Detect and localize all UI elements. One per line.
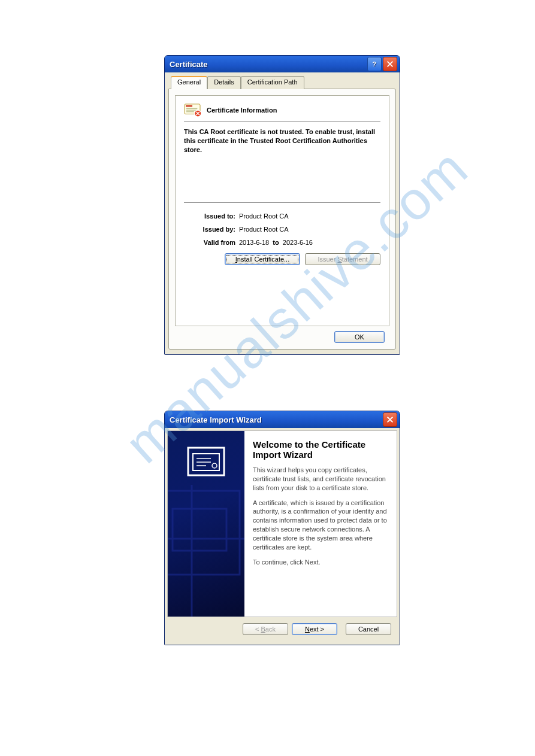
wizard-button-row: < Back Next > Cancel: [167, 617, 397, 642]
valid-to-value: 2023-6-16: [283, 239, 313, 246]
label-pre: <: [255, 626, 261, 633]
cancel-button[interactable]: Cancel: [346, 623, 391, 635]
issued-to-row: Issued to: Product Root CA: [184, 212, 380, 220]
banner-graphic-icon: [168, 431, 244, 617]
help-icon: ?: [370, 60, 379, 68]
certificate-import-wizard-dialog: Certificate Import Wizard: [164, 411, 400, 645]
label-rest: ext >: [310, 626, 324, 633]
issued-to-label: Issued to:: [184, 212, 239, 220]
certificate-info-heading: Certificate Information: [207, 107, 277, 114]
valid-from-value: 2013-6-18: [239, 239, 269, 246]
tab-certification-path[interactable]: Certification Path: [241, 76, 304, 89]
close-button[interactable]: [383, 57, 397, 71]
issued-by-label: Issued by:: [184, 226, 239, 233]
titlebar[interactable]: Certificate ?: [165, 56, 400, 72]
certificate-info-panel: Certificate Information This CA Root cer…: [175, 95, 389, 326]
help-button[interactable]: ?: [367, 57, 382, 71]
label-rest: nstall Certificate...: [237, 256, 289, 263]
certificate-error-icon: [184, 103, 202, 117]
ok-button[interactable]: OK: [334, 331, 385, 343]
svg-rect-6: [173, 509, 226, 551]
certificate-dialog: Certificate ? General Details Certificat…: [164, 55, 400, 355]
issuer-statement-button: Issuer Statement: [305, 253, 380, 265]
svg-rect-2: [186, 105, 192, 107]
tab-details[interactable]: Details: [207, 76, 241, 89]
tab-general[interactable]: General: [171, 76, 207, 89]
divider: [184, 202, 380, 203]
label-rest: ack: [265, 626, 276, 633]
next-button[interactable]: Next >: [292, 623, 337, 635]
mnemonic: S: [337, 256, 341, 263]
window-title: Certificate: [170, 60, 208, 69]
wizard-content: Welcome to the Certificate Import Wizard…: [244, 431, 397, 617]
trust-warning-text: This CA Root certificate is not trusted.…: [184, 127, 380, 154]
issued-by-row: Issued by: Product Root CA: [184, 226, 380, 233]
label-pre: Issuer: [318, 256, 337, 263]
close-icon: [386, 60, 394, 68]
divider: [184, 121, 380, 122]
titlebar[interactable]: Certificate Import Wizard: [165, 411, 400, 428]
wizard-paragraph-1: This wizard helps you copy certificates,…: [253, 466, 389, 493]
wizard-paragraph-2: A certificate, which is issued by a cert…: [253, 499, 389, 552]
back-button: < Back: [243, 623, 288, 635]
close-icon: [386, 415, 394, 424]
svg-text:?: ?: [373, 60, 376, 68]
tabstrip: General Details Certification Path: [168, 76, 396, 89]
wizard-body: Welcome to the Certificate Import Wizard…: [167, 430, 397, 617]
valid-row: Valid from 2013-6-18 to 2023-6-16: [184, 239, 380, 246]
valid-from-label: Valid from: [184, 239, 239, 246]
label-rest: tatement: [342, 256, 368, 263]
window-title: Certificate Import Wizard: [170, 415, 262, 424]
install-certificate-button[interactable]: Install Certificate...: [225, 253, 300, 265]
issued-to-value: Product Root CA: [239, 212, 289, 220]
wizard-paragraph-3: To continue, click Next.: [253, 558, 389, 567]
svg-rect-5: [168, 491, 240, 575]
mnemonic: N: [305, 626, 310, 633]
wizard-heading: Welcome to the Certificate Import Wizard: [253, 439, 389, 460]
mnemonic: B: [261, 626, 265, 633]
svg-point-9: [212, 463, 217, 468]
close-button[interactable]: [383, 412, 397, 427]
tab-panel-general: Certificate Information This CA Root cer…: [168, 89, 396, 350]
wizard-banner: [168, 431, 244, 617]
valid-to-word: to: [273, 239, 279, 246]
issued-by-value: Product Root CA: [239, 226, 289, 233]
